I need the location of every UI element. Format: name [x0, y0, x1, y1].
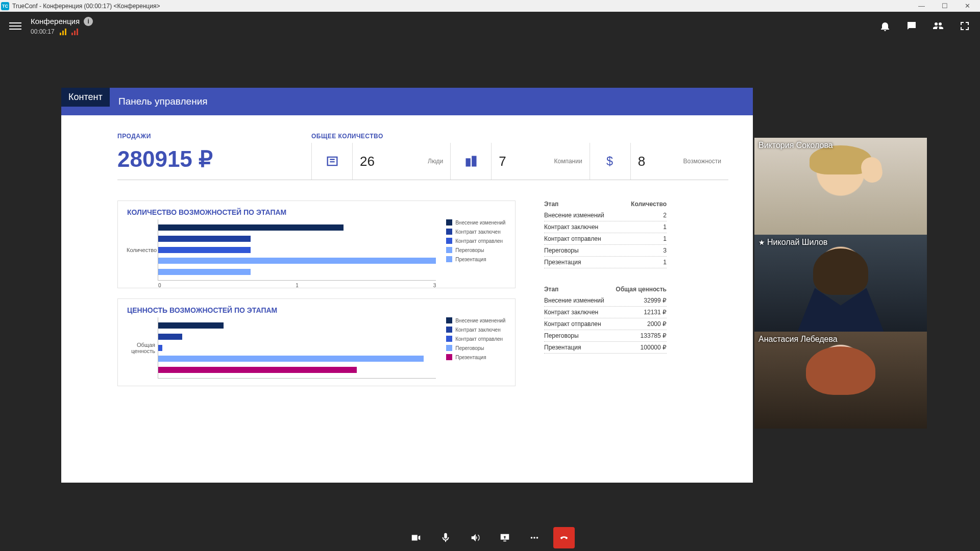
chart-value-by-stage: ЦЕННОСТЬ ВОЗМОЖНОСТЕЙ ПО ЭТАПАМ Общая це…: [117, 298, 516, 386]
table-row: Контракт отправлен2000 ₽: [544, 318, 667, 330]
window-title: TrueConf - Конференция (00:00:17) <Конфе…: [12, 3, 160, 10]
kpi-people-value: 26: [360, 154, 375, 169]
kpi-companies: 7 Компании: [491, 143, 589, 180]
participant-video: [754, 235, 927, 332]
chart-bar: [158, 224, 344, 231]
dollar-icon: $: [590, 143, 630, 180]
signal-download-icon: [71, 28, 78, 35]
info-icon[interactable]: i: [84, 17, 93, 26]
xtick: 3: [433, 283, 436, 288]
participant-name: Анастасия Лебедева: [758, 335, 838, 344]
legend-item: Контракт отправлен: [455, 336, 503, 342]
kpi-people-label: Люди: [428, 158, 443, 165]
chart2-legend: Внесение изменений Контракт заключен Кон…: [446, 317, 506, 379]
chart-bar: [158, 345, 162, 351]
participant-tile[interactable]: ★Николай Шилов: [754, 235, 927, 332]
table-row: Внесение изменений32999 ₽: [544, 295, 667, 307]
maximize-button[interactable]: ☐: [933, 2, 956, 10]
participant-name: Николай Шилов: [767, 238, 827, 247]
chart-bar: [158, 334, 182, 340]
minimize-button[interactable]: —: [910, 2, 933, 10]
legend-item: Контракт заключен: [455, 327, 501, 333]
table-row: Внесение изменений2: [544, 210, 667, 221]
app-header: Конференция i 00:00:17: [0, 12, 980, 40]
xtick: 1: [296, 283, 299, 288]
table-row: Презентация1: [544, 257, 667, 268]
table-row: Переговоры133785 ₽: [544, 330, 667, 342]
chat-icon[interactable]: [905, 20, 918, 32]
chart-bar: [158, 258, 436, 264]
participant-strip: Виктория Соколова ★Николай Шилов Анастас…: [754, 138, 927, 429]
participant-name: Виктория Соколова: [758, 141, 833, 150]
shared-content: Панель управления ПРОДАЖИ 280915 ₽ ОБЩЕЕ…: [61, 88, 753, 483]
table-header: Общая ценность: [616, 286, 667, 293]
svg-point-1: [531, 537, 533, 539]
call-toolbar: [0, 524, 980, 551]
more-options-button[interactable]: [524, 527, 545, 548]
legend-item: Переговоры: [455, 345, 484, 351]
total-label: ОБЩЕЕ КОЛИЧЕСТВО: [311, 133, 728, 140]
bell-icon[interactable]: [879, 20, 891, 32]
chart-bar: [158, 367, 357, 373]
microphone-button[interactable]: [435, 527, 456, 548]
chart-bar: [158, 322, 224, 329]
svg-text:$: $: [606, 155, 613, 168]
participant-video: [754, 138, 927, 235]
close-button[interactable]: ✕: [956, 2, 979, 10]
legend-item: Презентация: [455, 355, 486, 360]
sales-value: 280915 ₽: [117, 146, 311, 172]
companies-icon: [450, 143, 491, 180]
table-header: Этап: [544, 286, 558, 293]
participants-icon[interactable]: [932, 20, 944, 32]
kpi-opps-value: 8: [638, 154, 645, 169]
conference-stage: Контент Панель управления ПРОДАЖИ 280915…: [0, 40, 980, 524]
chart-count-by-stage: КОЛИЧЕСТВО ВОЗМОЖНОСТЕЙ ПО ЭТАПАМ Количе…: [117, 201, 516, 288]
table-header: Этап: [544, 201, 558, 208]
chart2-title: ЦЕННОСТЬ ВОЗМОЖНОСТЕЙ ПО ЭТАПАМ: [118, 299, 515, 317]
kpi-people: 26 Люди: [352, 143, 450, 180]
dashboard-title: Панель управления: [61, 88, 753, 115]
kpi-companies-label: Компании: [554, 158, 582, 165]
table-row: Контракт отправлен1: [544, 233, 667, 245]
chart-bar: [158, 247, 251, 253]
end-call-button[interactable]: [553, 527, 575, 548]
content-tag: Контент: [61, 88, 110, 107]
app-icon: TC: [1, 2, 9, 10]
speaker-button[interactable]: [464, 527, 486, 548]
xtick: 0: [158, 283, 161, 288]
chart1-legend: Внесение изменений Контракт заключен Кон…: [446, 219, 506, 281]
chart-bar: [158, 269, 251, 275]
table-value-by-stage: ЭтапОбщая ценность Внесение изменений329…: [544, 286, 667, 354]
legend-item: Внесение изменений: [455, 220, 505, 226]
kpi-row: ПРОДАЖИ 280915 ₽ ОБЩЕЕ КОЛИЧЕСТВО 26 Люд…: [117, 133, 728, 180]
people-icon: [311, 143, 352, 180]
table-row: Презентация100000 ₽: [544, 342, 667, 354]
fullscreen-icon[interactable]: [959, 20, 971, 32]
participant-video: [754, 332, 927, 429]
kpi-companies-value: 7: [499, 154, 506, 169]
sales-label: ПРОДАЖИ: [117, 133, 311, 140]
svg-point-2: [533, 537, 535, 539]
participant-tile[interactable]: Виктория Соколова: [754, 138, 927, 235]
table-row: Переговоры3: [544, 245, 667, 257]
chart2-ylabel: Общая ценность: [127, 342, 155, 354]
participant-tile[interactable]: Анастасия Лебедева: [754, 332, 927, 429]
legend-item: Переговоры: [455, 247, 484, 253]
camera-button[interactable]: [405, 527, 427, 548]
chart1-title: КОЛИЧЕСТВО ВОЗМОЖНОСТЕЙ ПО ЭТАПАМ: [118, 201, 515, 219]
chart-bar: [158, 236, 251, 242]
kpi-opps-label: Возможности: [683, 158, 721, 165]
svg-point-3: [536, 537, 538, 539]
table-count-by-stage: ЭтапКоличество Внесение изменений2Контра…: [544, 201, 667, 268]
conference-timer: 00:00:17: [31, 28, 55, 35]
share-screen-button[interactable]: [494, 527, 516, 548]
hamburger-menu-icon[interactable]: [9, 20, 21, 32]
legend-item: Внесение изменений: [455, 318, 505, 323]
legend-item: Презентация: [455, 257, 486, 262]
table-row: Контракт заключен12131 ₽: [544, 307, 667, 318]
table-row: Контракт заключен1: [544, 221, 667, 233]
legend-item: Контракт заключен: [455, 229, 501, 235]
chart1-ylabel: Количество: [127, 247, 155, 253]
chart-bar: [158, 356, 424, 362]
table-header: Количество: [631, 201, 667, 208]
